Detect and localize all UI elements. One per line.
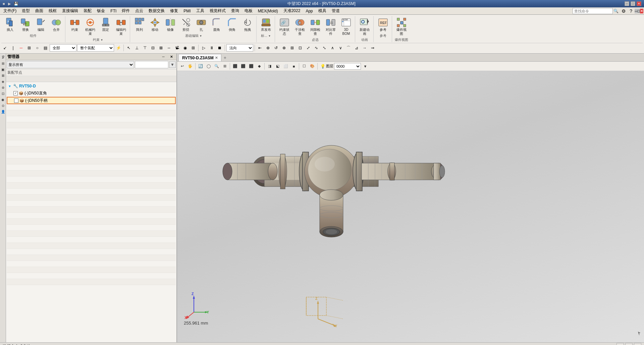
vt-iso[interactable]: ◆ <box>256 63 263 70</box>
vt-zoom-box[interactable]: ⊞ <box>221 63 228 70</box>
vt-shade[interactable]: ◨ <box>266 63 273 70</box>
question-icon[interactable]: ? <box>627 7 635 15</box>
menu-tianzhun[interactable]: 天准2022 <box>281 7 303 14</box>
vt-front[interactable]: ⬛ <box>231 63 239 70</box>
tb2-btn2[interactable]: ⊥ <box>133 44 141 52</box>
tb2-snap7[interactable]: → <box>361 44 368 52</box>
menu-repair[interactable]: 修复 <box>167 7 181 14</box>
minimize-btn[interactable]: ─ <box>625 1 629 6</box>
tb2-btn5[interactable]: ⊠ <box>157 44 165 52</box>
menu-assembly[interactable]: 装配 <box>81 7 94 14</box>
filter-button[interactable]: ▼ <box>169 61 176 68</box>
tb2-move5[interactable]: ⊞ <box>288 44 296 52</box>
vt-hidden[interactable]: ⬜ <box>282 63 289 70</box>
tool-explode-view[interactable]: 爆炸视图 <box>394 16 409 37</box>
sidebar-icon-6[interactable]: ⊚ <box>0 85 6 90</box>
menu-data-exchange[interactable]: 数据交换 <box>146 7 167 14</box>
tb2-snap5[interactable]: ⌒ <box>345 44 352 52</box>
canvas-area[interactable]: Z Y X 255.961 mm Z <box>177 71 644 342</box>
tb2-move4[interactable]: ⊗ <box>280 44 288 52</box>
menu-direct-edit[interactable]: 直接编辑 <box>59 7 81 14</box>
vt-section[interactable]: ☐ <box>301 63 308 70</box>
tb2-btn11[interactable]: ⏸ <box>208 44 215 52</box>
tb2-btn7[interactable]: 📽 <box>173 44 181 52</box>
tree-item-root[interactable]: ▼ 🔧 RVT50-D <box>7 83 176 89</box>
menu-sheetmetal[interactable]: 钣金 <box>94 7 108 14</box>
menu-query[interactable]: 查询 <box>228 7 242 14</box>
menu-restore-btn[interactable]: □ <box>638 9 640 13</box>
tree-item-child2[interactable]: 📦 (-)DN50手柄 <box>7 97 176 104</box>
tb2-btn10[interactable]: ▷ <box>200 44 207 52</box>
tool-reference[interactable]: REF 参考 <box>376 16 390 33</box>
tool-insert[interactable]: ⊕ 插入 <box>3 16 17 33</box>
tool-clearance[interactable]: 间隙检查 <box>308 16 323 37</box>
manager-minimize-btn[interactable]: ─ <box>160 53 167 61</box>
layer-dropdown-btn[interactable]: ▼ <box>362 63 369 70</box>
tool-constraint-status[interactable]: 🔗 约束状态 <box>277 16 292 37</box>
tool-replace[interactable]: ⇄ 替换 <box>18 16 33 33</box>
checkbox-child2[interactable] <box>14 98 18 103</box>
layer-select[interactable]: 0000 <box>334 63 361 70</box>
tool-trim[interactable]: 剪切 <box>178 16 193 33</box>
menu-mold[interactable]: 模具 <box>316 7 329 14</box>
menu-pipe[interactable]: 管道 <box>329 7 342 14</box>
menu-fti[interactable]: FTI <box>108 8 119 14</box>
help-icon[interactable]: ⚙ <box>620 7 627 15</box>
menu-close-btn[interactable]: ✕ <box>640 9 643 13</box>
tb2-btn8[interactable]: ◉ <box>181 44 189 52</box>
menu-surface[interactable]: 曲面 <box>33 7 46 14</box>
tool-fix[interactable]: 固定 <box>98 16 113 33</box>
tb2-snap2[interactable]: ⤡ <box>321 44 328 52</box>
toolbar-line-icon[interactable]: | <box>9 44 17 52</box>
menu-mex[interactable]: MEX(Mold) <box>255 8 281 14</box>
tree-item-child1[interactable]: 📦 (-)DN50直角 <box>7 89 176 97</box>
normal-dir-dropdown[interactable]: 法向 <box>226 44 253 52</box>
sidebar-icon-10[interactable]: 👤 <box>0 109 6 115</box>
menu-electrical[interactable]: 电板 <box>242 7 255 14</box>
tb2-btn12[interactable]: ⏹ <box>216 44 223 52</box>
tool-3d-bom[interactable]: BOM 3D BOM <box>339 16 354 37</box>
menu-minimize-btn[interactable]: ─ <box>635 9 638 13</box>
menu-pmi[interactable]: PMI <box>181 8 193 14</box>
vt-right[interactable]: ⬛ <box>248 63 255 70</box>
vt-zoom[interactable]: 🔍 <box>213 63 220 70</box>
sidebar-icon-7[interactable]: ⊡ <box>0 91 6 96</box>
tb2-btn9[interactable]: ⊞ <box>190 44 197 52</box>
sidebar-icon-8[interactable]: ◉ <box>0 97 6 102</box>
menu-app[interactable]: App <box>303 8 315 14</box>
toolbar-red-minus-icon[interactable]: ─ <box>17 44 25 52</box>
tb2-move7[interactable]: ⤢ <box>305 44 312 52</box>
tb2-btn4[interactable]: ⊟ <box>149 44 157 52</box>
tb2-btn6[interactable]: ↔ <box>165 44 173 52</box>
status-icon-3[interactable]: ▤ <box>634 343 641 345</box>
menu-weldment[interactable]: 焊件 <box>119 7 132 14</box>
tab-rvt50[interactable]: RVT50-D.Z3ASM ✕ <box>178 54 221 61</box>
tb2-move1[interactable]: ⇤ <box>256 44 264 52</box>
tb2-move2[interactable]: ⊕ <box>264 44 272 52</box>
vt-render[interactable]: ■ <box>290 63 298 70</box>
sidebar-icon-fa[interactable]: fA <box>0 54 6 60</box>
sidebar-icon-2[interactable]: ⊞ <box>0 61 6 66</box>
tab-add-btn[interactable]: + <box>221 54 229 61</box>
tool-mirror[interactable]: 镜像 <box>163 16 178 33</box>
tool-drag[interactable]: 拖拽 <box>240 16 255 33</box>
tb2-snap3[interactable]: ∧ <box>329 44 336 52</box>
status-icon-1[interactable]: ⊞ <box>616 343 624 345</box>
sidebar-icon-3[interactable]: ▣ <box>0 67 6 72</box>
vt-pan[interactable]: 🖐 <box>186 63 194 70</box>
manager-search-field[interactable] <box>135 61 168 68</box>
menu-tools[interactable]: 工具 <box>194 7 207 14</box>
close-btn[interactable]: ✕ <box>637 1 641 6</box>
tb2-snap4[interactable]: ∨ <box>337 44 344 52</box>
tool-constraint[interactable]: 约束 <box>67 16 82 33</box>
manager-filter-select[interactable]: 显示所有 <box>7 61 134 68</box>
vt-top[interactable]: ⬛ <box>239 63 247 70</box>
tool-merge[interactable]: 合并 <box>49 16 64 33</box>
vt-orbit[interactable]: ◯ <box>205 63 212 70</box>
menu-wireframe[interactable]: 线框 <box>46 7 59 14</box>
tb2-snap8[interactable]: ⇒ <box>369 44 376 52</box>
tb2-snap6[interactable]: ⊿ <box>353 44 360 52</box>
search-input[interactable] <box>573 8 613 14</box>
tool-fillet[interactable]: 圆角 <box>209 16 224 33</box>
tool-move[interactable]: 移动 <box>148 16 162 33</box>
